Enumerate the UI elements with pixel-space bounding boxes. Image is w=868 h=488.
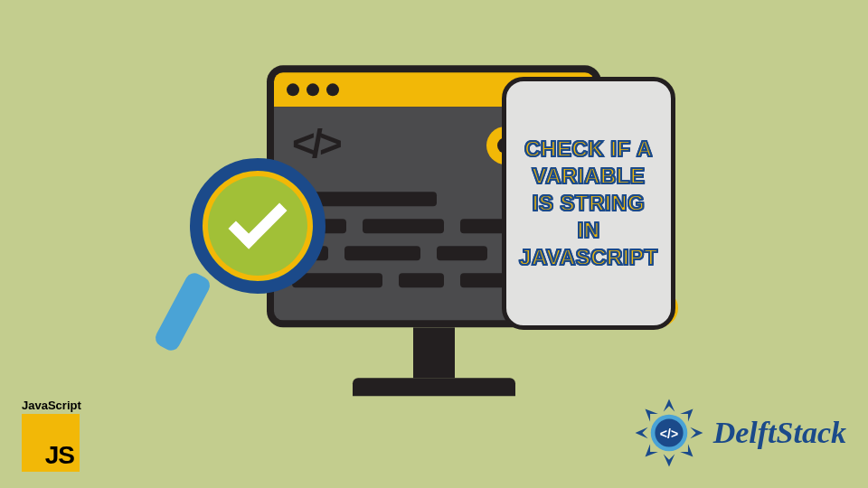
svg-marker-0 [663,399,674,412]
javascript-label: JavaScript [22,399,92,412]
check-icon [228,190,287,249]
code-segment [292,273,382,287]
delftstack-logo-icon: </> [634,398,704,468]
js-logo-icon: JS [22,414,80,472]
window-control-dot [307,83,319,96]
code-segment [399,273,444,287]
delftstack-brand: </> DelftStack [634,398,846,468]
svg-marker-2 [690,427,703,438]
magnifier-handle [153,270,213,354]
svg-marker-3 [680,444,697,461]
monitor-stand [413,327,455,378]
title-panel: CHECK IF A VARIABLE IS STRING IN JAVASCR… [502,77,675,330]
delftstack-text: DelftStack [713,416,846,450]
window-control-dot [287,83,299,96]
code-segment [344,246,420,260]
js-logo-text: JS [45,441,74,470]
code-segment [363,219,444,233]
svg-marker-7 [641,405,658,422]
svg-text:</>: </> [660,427,678,441]
svg-marker-4 [663,454,674,466]
javascript-badge: JavaScript JS [22,399,92,472]
code-segment [437,246,487,260]
window-control-dot [326,83,339,96]
svg-marker-1 [680,405,697,422]
title-text: CHECK IF A VARIABLE IS STRING IN JAVASCR… [519,136,658,271]
svg-marker-5 [641,444,658,461]
monitor-base [353,378,515,396]
magnifier-lens [190,158,326,294]
svg-marker-6 [635,427,647,438]
